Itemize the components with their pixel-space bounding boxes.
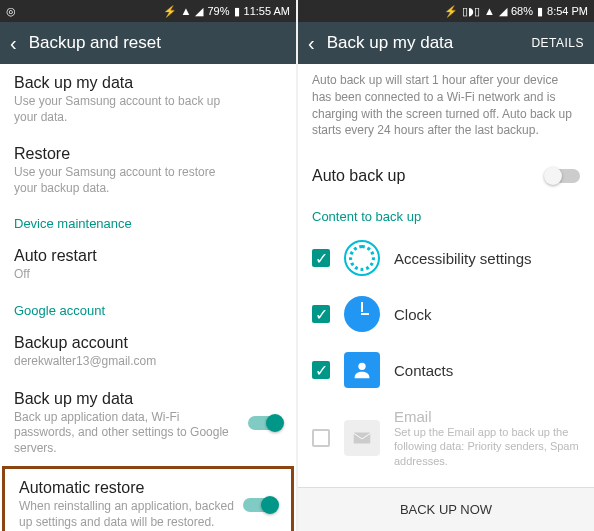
- backup-account[interactable]: Backup account derekwalter13@gmail.com: [0, 324, 296, 380]
- status-bar: ⚡ ▯◗▯ ▲ ◢ 68% ▮ 8:54 PM: [298, 0, 594, 22]
- signal-icon: ◢: [499, 5, 507, 18]
- phone-right: ⚡ ▯◗▯ ▲ ◢ 68% ▮ 8:54 PM ‹ Back up my dat…: [298, 0, 594, 531]
- toggle-auto-backup[interactable]: [546, 169, 580, 183]
- checkbox[interactable]: ✓: [312, 249, 330, 267]
- item-sub: Off: [14, 267, 282, 283]
- list-item-message[interactable]: ✓ Message: [298, 478, 594, 487]
- page-title: Backup and reset: [29, 33, 161, 53]
- auto-backup-row[interactable]: Auto back up: [298, 153, 594, 199]
- toggle-auto-restore[interactable]: [243, 498, 277, 512]
- signal-icon: ◢: [195, 5, 203, 18]
- item-label: Email: [394, 408, 580, 425]
- item-hint: Set up the Email app to back up the foll…: [394, 425, 580, 468]
- backup-my-data-samsung[interactable]: Back up my data Use your Samsung account…: [0, 64, 296, 135]
- item-sub: Use your Samsung account to restore your…: [14, 165, 282, 196]
- battery-pct: 79%: [207, 5, 229, 17]
- back-icon[interactable]: ‹: [10, 32, 17, 55]
- svg-rect-1: [354, 433, 371, 444]
- checkbox[interactable]: [312, 429, 330, 447]
- list-item-clock[interactable]: ✓ Clock: [298, 286, 594, 342]
- backup-now-button[interactable]: BACK UP NOW: [298, 487, 594, 531]
- auto-backup-label: Auto back up: [312, 167, 405, 185]
- item-title: Back up my data: [14, 74, 282, 92]
- vibrate-icon: ▯◗▯: [462, 5, 480, 18]
- email-icon: [344, 420, 380, 456]
- title-bar: ‹ Back up my data DETAILS: [298, 22, 594, 64]
- checkbox[interactable]: ✓: [312, 305, 330, 323]
- time: 11:55 AM: [244, 5, 290, 17]
- item-sub: Use your Samsung account to back up your…: [14, 94, 282, 125]
- status-bar: ◎ ⚡ ▲ ◢ 79% ▮ 11:55 AM: [0, 0, 296, 22]
- accessibility-icon: [344, 240, 380, 276]
- backup-my-data-google[interactable]: Back up my data Back up application data…: [0, 380, 296, 467]
- item-title: Back up my data: [14, 390, 282, 408]
- details-button[interactable]: DETAILS: [531, 36, 584, 50]
- time: 8:54 PM: [547, 5, 588, 17]
- list-item-email[interactable]: Email Set up the Email app to back up th…: [298, 398, 594, 478]
- battery-pct: 68%: [511, 5, 533, 17]
- clock-icon: [344, 296, 380, 332]
- backup-content: Auto back up will start 1 hour after you…: [298, 64, 594, 487]
- battery-icon: ▮: [537, 5, 543, 18]
- wifi-icon: ▲: [484, 5, 495, 17]
- highlight-automatic-restore: Automatic restore When reinstalling an a…: [2, 466, 294, 531]
- battery-icon: ▮: [234, 5, 240, 18]
- item-sub: When reinstalling an application, backed…: [19, 499, 277, 530]
- settings-list: Back up my data Use your Samsung account…: [0, 64, 296, 531]
- item-title: Restore: [14, 145, 282, 163]
- item-title: Auto restart: [14, 247, 282, 265]
- list-item-accessibility[interactable]: ✓ Accessibility settings: [298, 230, 594, 286]
- auto-restart[interactable]: Auto restart Off: [0, 237, 296, 293]
- contacts-icon: [344, 352, 380, 388]
- section-device-maintenance: Device maintenance: [0, 206, 296, 237]
- section-google-account: Google account: [0, 293, 296, 324]
- title-bar: ‹ Backup and reset: [0, 22, 296, 64]
- section-content-to-back-up: Content to back up: [298, 199, 594, 230]
- item-label: Clock: [394, 306, 580, 323]
- item-label: Contacts: [394, 362, 580, 379]
- toggle-backup-data[interactable]: [248, 416, 282, 430]
- location-icon: ◎: [6, 5, 16, 18]
- item-sub: derekwalter13@gmail.com: [14, 354, 282, 370]
- restore[interactable]: Restore Use your Samsung account to rest…: [0, 135, 296, 206]
- bluetooth-icon: ⚡: [163, 5, 177, 18]
- page-title: Back up my data: [327, 33, 454, 53]
- svg-point-0: [358, 363, 365, 370]
- item-label: Accessibility settings: [394, 250, 580, 267]
- automatic-restore[interactable]: Automatic restore When reinstalling an a…: [5, 469, 291, 531]
- bluetooth-icon: ⚡: [444, 5, 458, 18]
- checkbox[interactable]: ✓: [312, 361, 330, 379]
- item-title: Backup account: [14, 334, 282, 352]
- phone-left: ◎ ⚡ ▲ ◢ 79% ▮ 11:55 AM ‹ Backup and rese…: [0, 0, 296, 531]
- item-title: Automatic restore: [19, 479, 277, 497]
- back-icon[interactable]: ‹: [308, 32, 315, 55]
- item-sub: Back up application data, Wi-Fi password…: [14, 410, 282, 457]
- content-list: ✓ Accessibility settings ✓ Clock ✓ Conta…: [298, 230, 594, 487]
- wifi-icon: ▲: [181, 5, 192, 17]
- auto-backup-description: Auto back up will start 1 hour after you…: [298, 64, 594, 153]
- list-item-contacts[interactable]: ✓ Contacts: [298, 342, 594, 398]
